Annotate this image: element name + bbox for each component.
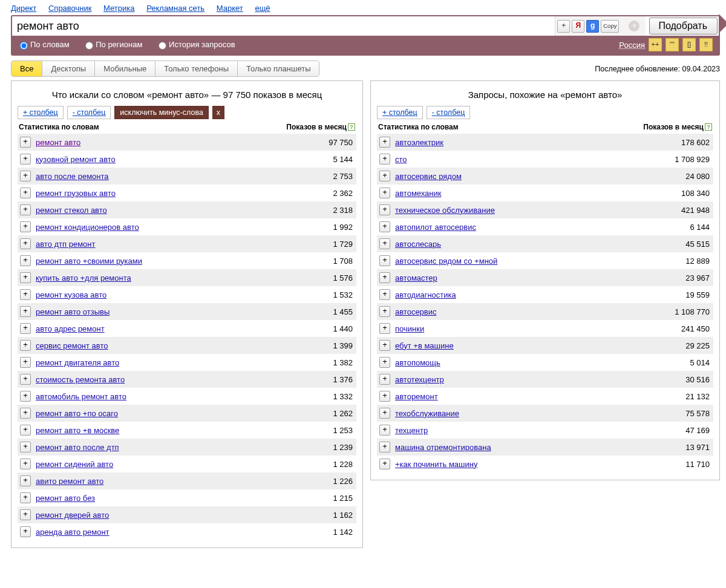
- add-keyword-button[interactable]: +: [379, 255, 390, 266]
- yandex-icon[interactable]: Я: [572, 20, 584, 33]
- tab-phones[interactable]: Только телефоны: [155, 61, 238, 76]
- help-icon[interactable]: ?: [705, 123, 712, 131]
- keyword-link[interactable]: кузовной ремонт авто: [36, 155, 116, 164]
- add-keyword-button[interactable]: +: [379, 459, 390, 469]
- keyword-link[interactable]: починки: [395, 324, 424, 333]
- add-keyword-button[interactable]: +: [379, 137, 390, 148]
- keyword-link[interactable]: сервис ремонт авто: [36, 341, 108, 350]
- keyword-link[interactable]: ремонт авто +в москве: [36, 426, 119, 435]
- add-keyword-button[interactable]: +: [379, 272, 390, 283]
- keyword-link[interactable]: ебут +в машине: [395, 341, 454, 350]
- add-keyword-button[interactable]: +: [379, 188, 390, 198]
- add-keyword-button[interactable]: +: [379, 289, 390, 300]
- keyword-link[interactable]: техобслуживание: [395, 409, 459, 418]
- add-keyword-button[interactable]: +: [20, 255, 31, 266]
- keyword-link[interactable]: сто: [395, 155, 407, 164]
- add-keyword-button[interactable]: +: [379, 221, 390, 232]
- add-keyword-button[interactable]: +: [20, 221, 31, 232]
- radio-regions[interactable]: По регионам: [82, 40, 142, 49]
- keyword-link[interactable]: автосервис: [395, 307, 437, 316]
- exclude-minus-button[interactable]: исключить минус-слова: [114, 106, 209, 119]
- keyword-link[interactable]: ремонт сидений авто: [36, 460, 113, 469]
- keyword-link[interactable]: ремонт авто +по осаго: [36, 409, 118, 418]
- add-keyword-button[interactable]: +: [20, 509, 31, 520]
- tool-plus-button[interactable]: +: [557, 20, 570, 33]
- add-keyword-button[interactable]: +: [20, 323, 31, 334]
- add-keyword-button[interactable]: +: [379, 154, 390, 165]
- add-keyword-button[interactable]: +: [20, 154, 31, 165]
- add-keyword-button[interactable]: +: [20, 137, 31, 148]
- add-keyword-button[interactable]: +: [20, 238, 31, 249]
- op-brackets-button[interactable]: []: [682, 38, 696, 51]
- add-keyword-button[interactable]: +: [20, 425, 31, 436]
- keyword-link[interactable]: автодиагностика: [395, 290, 456, 299]
- add-keyword-button[interactable]: +: [20, 340, 31, 351]
- submit-button[interactable]: Подобрать: [649, 18, 718, 34]
- keyword-link[interactable]: авито ремонт авто: [36, 477, 103, 486]
- tab-all[interactable]: Все: [11, 61, 42, 76]
- nav-rsya[interactable]: Рекламная сеть: [146, 4, 204, 13]
- keyword-link[interactable]: авторемонт: [395, 392, 438, 401]
- add-keyword-button[interactable]: +: [20, 306, 31, 317]
- add-keyword-button[interactable]: +: [379, 204, 390, 215]
- left-del-col-button[interactable]: - столбец: [67, 106, 111, 119]
- add-keyword-button[interactable]: +: [20, 442, 31, 452]
- right-del-col-button[interactable]: - столбец: [427, 106, 471, 119]
- nav-metrika[interactable]: Метрика: [103, 4, 134, 13]
- keyword-link[interactable]: купить авто +для ремонта: [36, 273, 131, 283]
- add-keyword-button[interactable]: +: [379, 323, 390, 334]
- add-keyword-button[interactable]: +: [379, 306, 390, 317]
- keyword-link[interactable]: ремонт авто +своими руками: [36, 256, 142, 266]
- clear-icon[interactable]: ×: [629, 21, 639, 31]
- add-keyword-button[interactable]: +: [20, 272, 31, 283]
- keyword-link[interactable]: техническое обслуживание: [395, 206, 495, 215]
- op-exclaim-button[interactable]: !!: [699, 38, 713, 51]
- keyword-link[interactable]: автомеханик: [395, 189, 441, 198]
- add-keyword-button[interactable]: +: [379, 340, 390, 351]
- keyword-link[interactable]: авто дтп ремонт: [36, 240, 95, 249]
- add-keyword-button[interactable]: +: [20, 374, 31, 385]
- tab-mobile[interactable]: Мобильные: [95, 61, 155, 76]
- op-quotes-button[interactable]: "": [666, 38, 679, 51]
- keyword-link[interactable]: ремонт кузова авто: [36, 290, 106, 299]
- add-keyword-button[interactable]: +: [20, 526, 31, 537]
- left-add-col-button[interactable]: + столбец: [18, 106, 64, 119]
- add-keyword-button[interactable]: +: [20, 357, 31, 368]
- add-keyword-button[interactable]: +: [379, 425, 390, 436]
- keyword-link[interactable]: аренда авто ремонт: [36, 528, 110, 537]
- add-keyword-button[interactable]: +: [20, 391, 31, 402]
- nav-sprav[interactable]: Справочник: [48, 4, 92, 13]
- search-input[interactable]: [12, 16, 555, 36]
- op-plusplus-button[interactable]: ++: [649, 38, 662, 51]
- keyword-link[interactable]: автоэлектрик: [395, 138, 443, 147]
- keyword-link[interactable]: ремонт грузовых авто: [36, 189, 116, 198]
- keyword-link[interactable]: ремонт авто после дтп: [36, 443, 119, 452]
- keyword-link[interactable]: автомастер: [395, 273, 437, 283]
- add-keyword-button[interactable]: +: [20, 171, 31, 181]
- radio-history[interactable]: История запросов: [155, 40, 235, 49]
- keyword-link[interactable]: ремонт кондиционеров авто: [36, 223, 139, 232]
- keyword-link[interactable]: автомобиль ремонт авто: [36, 392, 126, 401]
- keyword-link[interactable]: автопилот автосервис: [395, 223, 476, 232]
- region-link[interactable]: Россия: [619, 41, 645, 50]
- nav-more[interactable]: ещё: [255, 4, 270, 13]
- keyword-link[interactable]: ремонт авто: [36, 138, 80, 147]
- keyword-link[interactable]: ремонт авто отзывы: [36, 307, 110, 316]
- right-add-col-button[interactable]: + столбец: [377, 106, 423, 119]
- keyword-link[interactable]: стоимость ремонта авто: [36, 375, 125, 384]
- keyword-link[interactable]: ремонт двигателя авто: [36, 358, 119, 367]
- keyword-link[interactable]: автосервис рядом со +мной: [395, 256, 497, 266]
- keyword-link[interactable]: автослесарь: [395, 240, 441, 249]
- tab-desktops[interactable]: Десктопы: [42, 61, 95, 76]
- keyword-link[interactable]: +как починить машину: [395, 460, 477, 469]
- add-keyword-button[interactable]: +: [20, 289, 31, 300]
- keyword-link[interactable]: ремонт авто без: [36, 494, 95, 503]
- add-keyword-button[interactable]: +: [379, 357, 390, 368]
- add-keyword-button[interactable]: +: [20, 188, 31, 198]
- add-keyword-button[interactable]: +: [379, 374, 390, 385]
- add-keyword-button[interactable]: +: [379, 442, 390, 452]
- google-icon[interactable]: g: [586, 20, 599, 33]
- keyword-link[interactable]: ремонт стекол авто: [36, 206, 107, 215]
- add-keyword-button[interactable]: +: [379, 238, 390, 249]
- add-keyword-button[interactable]: +: [379, 171, 390, 181]
